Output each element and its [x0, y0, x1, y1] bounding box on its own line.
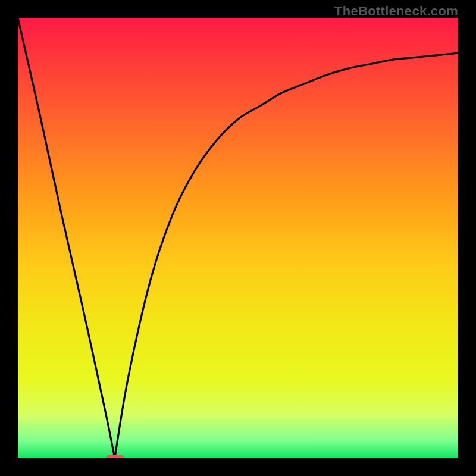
plot-area	[18, 18, 458, 458]
bottleneck-curve	[18, 18, 458, 458]
chart-frame: TheBottleneck.com	[0, 0, 476, 476]
curve-layer	[18, 18, 458, 458]
minimum-marker	[106, 455, 124, 458]
watermark-text: TheBottleneck.com	[334, 4, 458, 19]
